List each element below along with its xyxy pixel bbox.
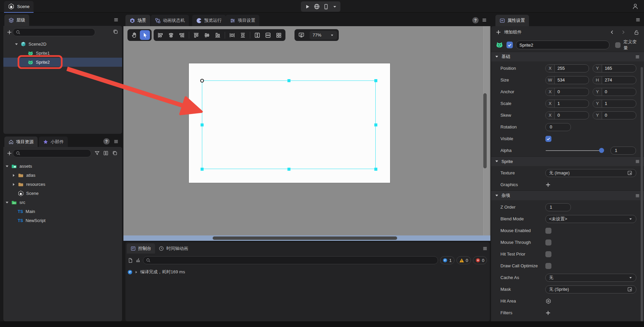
pan-tool-button[interactable] bbox=[129, 30, 139, 40]
info-count-badge[interactable]: 1 bbox=[440, 256, 454, 264]
define-variable-checkbox[interactable] bbox=[615, 42, 621, 48]
asset-picker-icon[interactable] bbox=[627, 170, 633, 176]
add-filter-button[interactable] bbox=[545, 310, 551, 316]
preview-options-dropdown[interactable] bbox=[332, 4, 337, 9]
tree-item-main[interactable]: TS Main bbox=[3, 207, 122, 216]
scene-menu-button[interactable] bbox=[482, 17, 487, 23]
draw-call-optimize-checkbox[interactable] bbox=[545, 263, 551, 269]
console-log-row[interactable]: 编译完成，耗时169 ms bbox=[125, 264, 490, 275]
window-tab-scene[interactable]: Scene bbox=[4, 1, 34, 13]
rotation-field[interactable] bbox=[545, 123, 571, 131]
hit-area-picker-button[interactable] bbox=[545, 298, 551, 304]
tab-widgets[interactable]: 小部件 bbox=[39, 137, 68, 147]
assets-search[interactable] bbox=[13, 149, 91, 157]
selection-handle-bottom-right[interactable] bbox=[374, 168, 377, 171]
alpha-input[interactable] bbox=[611, 148, 636, 153]
align-v-center-button[interactable] bbox=[202, 30, 212, 40]
mouse-through-checkbox[interactable] bbox=[545, 239, 551, 246]
skew-x-field[interactable]: X bbox=[545, 111, 589, 119]
tab-anim-state-machine[interactable]: 动画状态机 bbox=[151, 15, 189, 26]
asset-picker-icon[interactable] bbox=[627, 287, 633, 292]
console-search[interactable] bbox=[143, 256, 438, 264]
tab-scene-view[interactable]: 场景 bbox=[125, 15, 150, 26]
selection-handle-top-right[interactable] bbox=[374, 79, 377, 82]
add-node-button[interactable] bbox=[6, 29, 13, 36]
user-account-button[interactable] bbox=[631, 2, 639, 10]
align-right-button[interactable] bbox=[177, 30, 187, 40]
align-h-center-button[interactable] bbox=[166, 30, 176, 40]
log-expand-caret-icon[interactable] bbox=[135, 271, 138, 274]
section-misc-header[interactable]: 杂项 bbox=[491, 190, 644, 200]
nav-back-button[interactable] bbox=[609, 30, 615, 35]
skew-x-input[interactable] bbox=[555, 113, 589, 118]
cache-as-dropdown[interactable]: 无 bbox=[545, 274, 636, 282]
assets-help-button[interactable]: ? bbox=[103, 138, 110, 145]
grid-layout-button[interactable] bbox=[274, 30, 284, 40]
zoom-level-dropdown[interactable]: 77% bbox=[310, 31, 337, 40]
align-left-button[interactable] bbox=[155, 30, 165, 40]
assets-menu-button[interactable] bbox=[113, 139, 119, 144]
console-menu-button[interactable] bbox=[482, 246, 488, 251]
position-x-input[interactable] bbox=[555, 66, 589, 71]
assets-filter-button[interactable] bbox=[94, 150, 100, 156]
selection-pivot-point[interactable] bbox=[200, 79, 204, 83]
section-sprite-header[interactable]: Sprite bbox=[491, 156, 644, 166]
tree-item-src[interactable]: src bbox=[3, 198, 122, 207]
tab-project-resources[interactable]: 项目资源 bbox=[4, 137, 38, 147]
position-y-input[interactable] bbox=[602, 66, 636, 71]
section-misc-menu-button[interactable] bbox=[635, 193, 640, 198]
select-tool-button[interactable] bbox=[140, 30, 150, 40]
scale-x-input[interactable] bbox=[555, 101, 589, 106]
mask-field[interactable]: 无 (Sprite) bbox=[545, 285, 636, 293]
anchor-y-field[interactable]: Y bbox=[593, 88, 636, 96]
screen-adapt-button[interactable] bbox=[296, 30, 306, 40]
scene-help-button[interactable]: ? bbox=[472, 17, 479, 23]
anchor-x-field[interactable]: X bbox=[545, 88, 589, 96]
tree-item-assets[interactable]: assets bbox=[3, 162, 122, 171]
viewport-hscroll-thumb[interactable] bbox=[213, 236, 397, 240]
preview-web-globe-icon[interactable] bbox=[314, 3, 320, 10]
assets-search-input[interactable] bbox=[22, 151, 88, 156]
clear-console-button[interactable] bbox=[135, 258, 141, 263]
add-component-button[interactable] bbox=[496, 30, 501, 35]
expand-caret-icon[interactable] bbox=[5, 165, 9, 168]
alpha-value-field[interactable] bbox=[610, 147, 636, 155]
copy-log-button[interactable] bbox=[127, 258, 133, 263]
warning-count-badge[interactable]: 0 bbox=[457, 256, 471, 264]
hierarchy-search-input[interactable] bbox=[22, 30, 92, 35]
hierarchy-search[interactable] bbox=[13, 28, 95, 36]
section-caret-icon[interactable] bbox=[495, 194, 498, 197]
section-caret-icon[interactable] bbox=[495, 160, 498, 163]
node-active-checkbox[interactable] bbox=[506, 42, 513, 48]
section-caret-icon[interactable] bbox=[495, 55, 498, 58]
inspector-scrollbar-thumb[interactable] bbox=[641, 67, 643, 321]
tree-item-scene2d[interactable]: Scene2D bbox=[3, 40, 122, 49]
tab-preview-run[interactable]: 预览运行 bbox=[192, 15, 226, 26]
align-top-button[interactable] bbox=[191, 30, 201, 40]
skew-y-input[interactable] bbox=[602, 113, 636, 118]
alpha-slider-track[interactable] bbox=[546, 150, 601, 151]
collapsed-caret-icon[interactable] bbox=[12, 174, 15, 177]
selection-handle-top-mid[interactable] bbox=[287, 79, 290, 82]
align-bottom-button[interactable] bbox=[213, 30, 223, 40]
visible-checkbox[interactable] bbox=[545, 136, 551, 142]
fit-height-button[interactable] bbox=[252, 30, 262, 40]
node-name-input[interactable] bbox=[516, 41, 609, 49]
hierarchy-duplicate-button[interactable] bbox=[113, 29, 118, 35]
selection-rect[interactable] bbox=[202, 80, 376, 169]
tab-hierarchy[interactable]: 层级 bbox=[4, 14, 29, 26]
z-order-field[interactable] bbox=[545, 203, 571, 211]
selection-handle-left-mid[interactable] bbox=[201, 123, 204, 126]
viewport-vscroll-thumb[interactable] bbox=[483, 93, 487, 168]
console-search-input[interactable] bbox=[153, 258, 435, 263]
inspector-menu-button[interactable] bbox=[635, 17, 641, 22]
add-asset-button[interactable] bbox=[6, 150, 13, 157]
texture-field[interactable]: 无 (Image) bbox=[545, 169, 636, 177]
selection-handle-bottom-left[interactable] bbox=[201, 168, 204, 171]
viewport-hscroll-track[interactable] bbox=[123, 235, 490, 241]
mouse-enabled-checkbox[interactable] bbox=[545, 228, 551, 234]
fit-width-button[interactable] bbox=[263, 30, 273, 40]
tab-project-settings[interactable]: 项目设置 bbox=[226, 15, 259, 26]
anchor-x-input[interactable] bbox=[555, 89, 589, 94]
z-order-input[interactable] bbox=[546, 205, 571, 210]
